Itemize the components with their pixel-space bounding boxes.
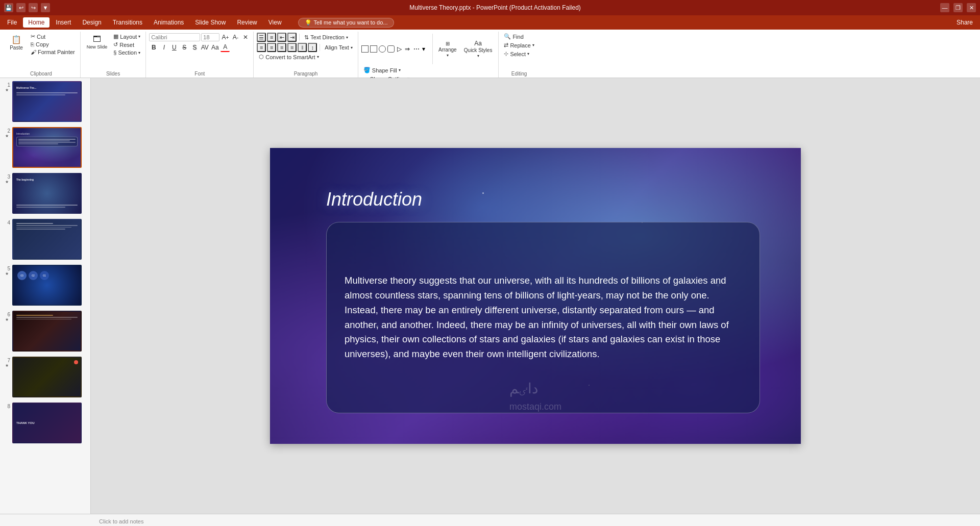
- shape-rounded[interactable]: [387, 45, 395, 53]
- restore-icon[interactable]: ❐: [953, 3, 963, 12]
- menu-design[interactable]: Design: [77, 17, 106, 28]
- slide-thumb-3[interactable]: 3 ★ The beginning: [2, 172, 88, 215]
- redo-icon[interactable]: ↪: [29, 3, 38, 12]
- minimize-icon[interactable]: —: [940, 3, 949, 12]
- font-color-button[interactable]: A: [220, 43, 230, 52]
- shape-more[interactable]: ⋯: [413, 45, 421, 53]
- char-spacing-button[interactable]: AV: [200, 43, 209, 52]
- slide-thumb-2[interactable]: 2 ★ Introduction: [2, 126, 88, 169]
- slide-img-5[interactable]: 03 02 01: [12, 265, 82, 306]
- para-row2: ≡ ≡ ≡ ≡ ⫴ ↕ Align Text ▾: [257, 43, 355, 52]
- undo-icon[interactable]: ↩: [16, 3, 26, 12]
- slide-panel[interactable]: 1 ★ Multiverse The... 2 ★ Introduction: [0, 78, 91, 514]
- slide-title[interactable]: Introduction: [326, 189, 422, 210]
- italic-button[interactable]: I: [159, 43, 168, 52]
- arrange-button[interactable]: ⊞ Arrange ▾: [435, 39, 460, 60]
- close-icon[interactable]: ✕: [967, 3, 976, 12]
- bold-button[interactable]: B: [149, 43, 158, 52]
- ribbon-group-slides: 🗔 New Slide ▦ Layout ▾ ↺ Reset § Section…: [81, 32, 146, 78]
- customize-qat-icon[interactable]: ▼: [41, 3, 50, 12]
- menu-home[interactable]: Home: [23, 17, 50, 28]
- slide-canvas[interactable]: ✦ ✦ Introduction Multiverse theory sugge…: [270, 148, 801, 444]
- menu-insert[interactable]: Insert: [51, 17, 76, 28]
- bullets-button[interactable]: ☰: [257, 33, 266, 42]
- decrease-font-button[interactable]: A-: [231, 33, 240, 42]
- font-name-input[interactable]: [149, 33, 200, 41]
- shape-triangle[interactable]: ▷: [396, 45, 403, 53]
- section-button[interactable]: § Section ▾: [111, 49, 142, 56]
- shape-rect2[interactable]: [370, 45, 377, 53]
- sep1: [299, 34, 300, 41]
- strikethrough-button[interactable]: S: [180, 43, 189, 52]
- numbering-button[interactable]: ≡: [267, 33, 276, 42]
- decrease-indent-button[interactable]: ⇤: [277, 33, 286, 42]
- increase-font-button[interactable]: A+: [220, 33, 230, 42]
- paragraph-label: Paragraph: [257, 70, 355, 77]
- notes-area[interactable]: Click to add notes: [0, 514, 980, 526]
- select-icon: ⊹: [504, 51, 508, 57]
- shape-fill-button[interactable]: 🪣 Shape Fill ▾: [361, 66, 403, 74]
- font-size-input[interactable]: [201, 33, 219, 41]
- font-row1: A+ A- ✕: [149, 33, 250, 42]
- convert-smartart-button[interactable]: ⬡ Convert to SmartArt ▾: [257, 53, 321, 61]
- align-right-button[interactable]: ≡: [277, 43, 286, 52]
- columns-button[interactable]: ⫴: [298, 43, 307, 52]
- slide-thumb-5[interactable]: 5 ★ 03 02 01: [2, 264, 88, 307]
- slide-img-7[interactable]: [12, 357, 82, 397]
- canvas-area[interactable]: ✦ ✦ Introduction Multiverse theory sugge…: [91, 78, 980, 514]
- align-left-button[interactable]: ≡: [257, 43, 266, 52]
- slide-img-1[interactable]: Multiverse The...: [12, 81, 82, 122]
- reset-button[interactable]: ↺ Reset: [111, 41, 142, 48]
- menu-transitions[interactable]: Transitions: [108, 17, 148, 28]
- slide-img-2[interactable]: Introduction: [12, 127, 82, 168]
- align-text-button[interactable]: Align Text ▾: [323, 44, 355, 51]
- increase-indent-button[interactable]: ⇥: [287, 33, 297, 42]
- underline-button[interactable]: U: [169, 43, 179, 52]
- clear-format-button[interactable]: ✕: [241, 33, 250, 42]
- slide-thumb-7[interactable]: 7 ★: [2, 356, 88, 398]
- menu-file[interactable]: File: [2, 17, 22, 28]
- format-painter-button[interactable]: 🖌 Format Painter: [29, 48, 77, 56]
- menu-review[interactable]: Review: [232, 17, 262, 28]
- quick-styles-button[interactable]: Aa Quick Styles ▾: [461, 38, 496, 60]
- editing-label: Editing: [502, 70, 536, 77]
- font-size-inc2-button[interactable]: Aa: [210, 43, 219, 52]
- layout-button[interactable]: ▦ Layout ▾: [111, 33, 142, 40]
- menu-animations[interactable]: Animations: [149, 17, 189, 28]
- select-button[interactable]: ⊹ Select ▾: [502, 50, 531, 58]
- new-slide-button[interactable]: 🗔 New Slide: [84, 33, 111, 52]
- star-7: ★: [5, 363, 9, 368]
- text-direction-button[interactable]: ⇅ Text Direction ▾: [302, 34, 350, 41]
- slide-thumb-1[interactable]: 1 ★ Multiverse The...: [2, 80, 88, 123]
- shape-oval[interactable]: [379, 45, 386, 53]
- replace-button[interactable]: ⇄ Replace ▾: [502, 41, 536, 49]
- shape-arrow[interactable]: ⇒: [405, 45, 412, 53]
- find-button[interactable]: 🔍 Find: [502, 33, 525, 40]
- paste-button[interactable]: 📋 Paste: [5, 33, 28, 53]
- tell-me-box[interactable]: 💡 Tell me what you want to do...: [298, 18, 395, 28]
- slide-img-3[interactable]: The beginning: [12, 173, 82, 214]
- main-area: 1 ★ Multiverse The... 2 ★ Introduction: [0, 78, 980, 514]
- share-button[interactable]: Share: [951, 17, 978, 28]
- copy-button[interactable]: ⎘ Copy: [29, 41, 77, 48]
- shapes-grid: ▷ ⇒ ⋯ ▾: [361, 45, 430, 53]
- shape-rect[interactable]: [361, 45, 369, 53]
- justify-button[interactable]: ≡: [287, 43, 297, 52]
- menu-view[interactable]: View: [263, 17, 287, 28]
- slide-img-6[interactable]: [12, 311, 82, 352]
- slide-content-box[interactable]: Multiverse theory suggests that our univ…: [326, 222, 760, 413]
- slide-thumb-8[interactable]: 8 ★ THANK YOU: [2, 402, 88, 444]
- menu-slideshow[interactable]: Slide Show: [190, 17, 231, 28]
- slide-thumb-6[interactable]: 6 ★: [2, 310, 88, 353]
- slide-thumb-4[interactable]: 4 ★: [2, 218, 88, 261]
- menu-bar: File Home Insert Design Transitions Anim…: [0, 15, 980, 30]
- slide-img-4[interactable]: [12, 219, 82, 260]
- center-button[interactable]: ≡: [267, 43, 276, 52]
- save-icon[interactable]: 💾: [4, 3, 13, 12]
- slide-body-text[interactable]: Multiverse theory suggests that our univ…: [345, 273, 742, 361]
- slide-img-8[interactable]: THANK YOU: [12, 403, 82, 443]
- cut-button[interactable]: ✂ Cut: [29, 33, 77, 40]
- shapes-dropdown[interactable]: ▾: [422, 45, 429, 53]
- line-spacing-button[interactable]: ↕: [308, 43, 317, 52]
- shadow-button[interactable]: S: [190, 43, 199, 52]
